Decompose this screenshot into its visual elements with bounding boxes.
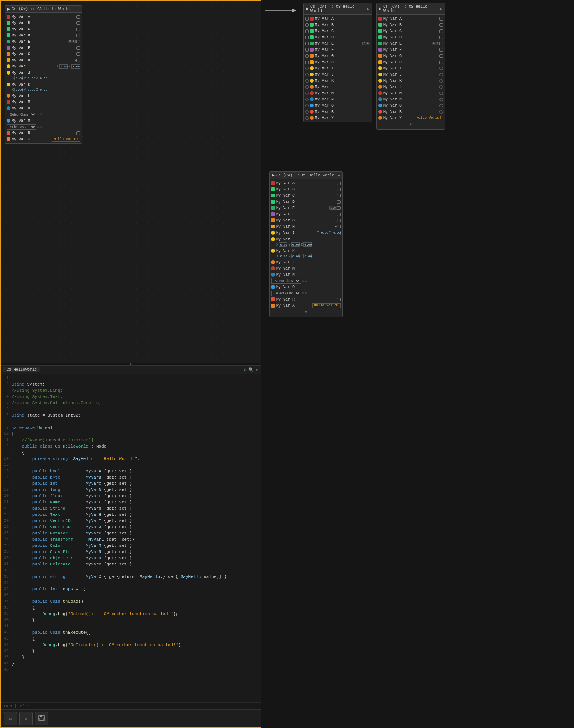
var-connector[interactable] — [439, 98, 443, 101]
var-connector[interactable] — [439, 73, 443, 76]
var-connector[interactable] — [305, 36, 309, 39]
code-line: 35 public int Loops = 0; — [1, 586, 261, 592]
var-connector[interactable] — [439, 23, 443, 27]
var-connector[interactable] — [305, 48, 309, 52]
save-button[interactable] — [35, 712, 48, 725]
list-item: My Var G — [377, 53, 445, 59]
collapse-down-icon-2[interactable]: ▼ — [305, 310, 307, 315]
var-connector[interactable] — [305, 85, 309, 89]
var-connector[interactable] — [439, 36, 443, 39]
var-connector[interactable] — [337, 206, 341, 210]
var-connector[interactable] — [305, 42, 309, 45]
var-connector[interactable] — [439, 42, 443, 45]
right-node-panel-1-title: Cs (C#) :: CS Hello World — [310, 5, 366, 13]
var-connector[interactable] — [337, 200, 341, 204]
asset-clear-btn-2[interactable]: ✕ — [304, 291, 308, 295]
var-connector[interactable] — [337, 219, 341, 222]
list-item: My Var K X0.00 Y0.00 Z0.00 — [270, 247, 342, 259]
list-item: My Var D — [377, 34, 445, 40]
class-clear-btn[interactable]: ✕ — [40, 112, 43, 116]
home-button[interactable]: ⌂ — [4, 712, 17, 725]
var-connector[interactable] — [439, 48, 443, 52]
var-connector[interactable] — [305, 110, 309, 114]
code-line: 6 — [1, 406, 261, 412]
var-connector[interactable] — [439, 92, 443, 95]
var-connector[interactable] — [337, 194, 341, 197]
editor-search-icon[interactable]: 🔍 — [248, 367, 254, 372]
type-indicator — [271, 260, 275, 264]
var-connector[interactable] — [439, 110, 443, 114]
hello-world-value[interactable]: Hello World! — [52, 137, 80, 142]
var-connector[interactable] — [76, 15, 80, 19]
list-item: My Var X — [304, 115, 372, 121]
list-item: My Var M — [5, 99, 82, 105]
list-item: My Var K — [377, 78, 445, 84]
list-item: My Var N — [5, 105, 82, 111]
asset-browse-btn[interactable]: ≡ — [37, 125, 39, 129]
var-connector[interactable] — [305, 61, 309, 64]
var-connector[interactable] — [439, 104, 443, 107]
var-connector[interactable] — [305, 67, 309, 70]
refresh-button[interactable]: ↺ — [19, 712, 33, 725]
select-class-dropdown-2[interactable]: Select Class — [271, 278, 301, 284]
type-indicator — [378, 48, 382, 52]
var-connector[interactable] — [337, 182, 341, 185]
save-icon — [38, 714, 45, 723]
class-browse-btn-2[interactable]: ≡ — [302, 279, 304, 283]
list-item: My Var F — [304, 47, 372, 53]
var-connector[interactable] — [337, 213, 341, 216]
list-item: My Var B — [5, 20, 82, 26]
var-connector[interactable] — [76, 46, 80, 50]
select-asset-dropdown-2[interactable]: Select Asset — [271, 291, 301, 296]
home-icon: ⌂ — [9, 716, 12, 721]
var-connector[interactable] — [305, 92, 309, 95]
asset-browse-btn-2[interactable]: ≡ — [302, 291, 304, 295]
var-connector[interactable] — [305, 29, 309, 33]
var-connector[interactable] — [305, 116, 309, 120]
var-connector[interactable] — [305, 17, 309, 21]
class-clear-btn-2[interactable]: ✕ — [304, 279, 308, 283]
editor-tab-cs-helloworld[interactable]: CS_HelloWorld — [3, 367, 40, 372]
select-asset-dropdown[interactable]: Select Asset — [7, 124, 36, 130]
right-panel-arrow[interactable]: ▶ — [338, 173, 340, 178]
var-connector[interactable] — [439, 17, 443, 21]
hello-world-value-2[interactable]: Hello World! — [415, 116, 443, 120]
editor-close-icon[interactable]: ✕ — [256, 367, 258, 372]
panel-divider[interactable]: ▲ — [1, 363, 261, 366]
var-connector[interactable] — [76, 40, 80, 43]
var-connector[interactable] — [76, 52, 80, 56]
var-connector[interactable] — [76, 59, 80, 62]
var-connector[interactable] — [439, 85, 443, 89]
var-connector[interactable] — [439, 61, 443, 64]
play-icon — [306, 7, 309, 10]
var-connector[interactable] — [76, 21, 80, 25]
var-connector[interactable] — [337, 188, 341, 191]
var-connector[interactable] — [305, 98, 309, 101]
type-indicator — [378, 104, 382, 107]
panel-expand-icon[interactable]: ▶ — [367, 7, 370, 11]
right-node-panel-1: Cs (C#) :: CS Hello World ▶ My Var A — [303, 3, 372, 122]
var-connector[interactable] — [305, 23, 309, 27]
var-connector[interactable] — [337, 225, 341, 228]
var-connector[interactable] — [439, 67, 443, 70]
hello-world-value-3[interactable]: Hello World! — [312, 303, 341, 308]
select-class-dropdown[interactable]: Select Class — [7, 112, 36, 117]
var-connector[interactable] — [305, 104, 309, 107]
var-connector[interactable] — [305, 79, 309, 83]
class-browse-btn[interactable]: ≡ — [37, 112, 39, 116]
panel-expand-icon-2[interactable]: ▶ — [440, 7, 443, 11]
var-connector[interactable] — [305, 73, 309, 76]
var-connector[interactable] — [76, 34, 80, 37]
collapse-down-icon[interactable]: ▼ — [410, 123, 412, 127]
var-connector[interactable] — [76, 131, 80, 135]
asset-clear-btn[interactable]: ✕ — [40, 125, 43, 129]
var-connector[interactable] — [439, 54, 443, 58]
editor-settings-icon[interactable]: ⚙ — [244, 367, 247, 372]
list-item: My Var H ▾ — [5, 57, 82, 63]
var-connector[interactable] — [439, 79, 443, 83]
list-item: My Var X Hello World! — [5, 136, 82, 142]
var-connector[interactable] — [337, 298, 341, 301]
var-connector[interactable] — [439, 29, 443, 33]
var-connector[interactable] — [76, 28, 80, 31]
var-connector[interactable] — [305, 54, 309, 58]
